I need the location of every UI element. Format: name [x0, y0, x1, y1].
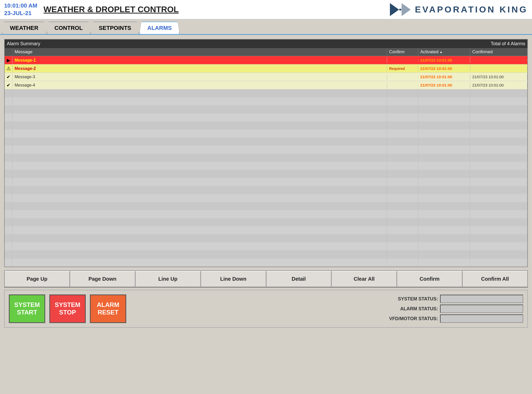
time: 10:01:00 AM: [4, 2, 37, 10]
row4-message: Message-4: [12, 82, 387, 88]
alarm-reset-button[interactable]: ALARM RESET: [90, 294, 126, 323]
col-message: Message: [12, 48, 387, 56]
row2-activated: 21/07/23 10:01:00: [418, 65, 470, 71]
page-title: WEATHER & DROPLET CONTROL: [44, 5, 390, 14]
row1-activated: 21/07/23 10:01:00: [418, 57, 470, 63]
page-up-button[interactable]: Page Up: [5, 271, 70, 287]
alarm-table-container: Alarm Summary Total of 4 Alarms Message …: [4, 39, 528, 267]
detail-button[interactable]: Detail: [267, 271, 332, 287]
vfd-status-box: [440, 314, 523, 323]
row4-confirmed: 21/07/23 10:01:00: [470, 82, 527, 88]
empty-row: [5, 234, 527, 242]
row1-confirm: [387, 60, 418, 61]
empty-row: [5, 210, 527, 218]
alarm-summary-label: Alarm Summary: [7, 41, 40, 47]
empty-row: [5, 259, 527, 267]
row3-confirm: [387, 76, 418, 78]
alarm-header: Alarm Summary Total of 4 Alarms: [5, 40, 527, 48]
empty-row: [5, 202, 527, 210]
row2-message: Message-2: [12, 65, 387, 72]
empty-row: [5, 178, 527, 186]
svg-rect-2: [399, 9, 401, 10]
row3-message: Message-3: [12, 74, 387, 80]
line-down-button[interactable]: Line Down: [201, 271, 267, 287]
alarm-col-headers: Message Confirm Activated ▲ Confirmed: [5, 48, 527, 56]
empty-row: [5, 226, 527, 234]
empty-row: [5, 154, 527, 162]
empty-row: [5, 186, 527, 194]
row3-activated: 21/07/23 10:01:00: [418, 74, 470, 80]
empty-row: [5, 162, 527, 170]
bottom-bar: SYSTEM START SYSTEM STOP ALARM RESET SYS…: [4, 290, 528, 328]
empty-row: [5, 138, 527, 146]
empty-row: [5, 218, 527, 226]
empty-row: [5, 194, 527, 202]
row1-message: Message-1: [12, 57, 387, 63]
row2-confirmed: [470, 68, 527, 69]
vfd-status-row: VFD/MOTOR STATUS:: [376, 314, 523, 323]
date: 23-JUL-21: [4, 10, 37, 17]
header: 10:01:00 AM 23-JUL-21 WEATHER & DROPLET …: [0, 0, 532, 19]
col-confirmed: Confirmed: [470, 48, 527, 56]
col-confirm: Confirm: [387, 48, 418, 56]
empty-row: [5, 146, 527, 154]
alarm-status-label: ALARM STATUS:: [376, 306, 438, 312]
tab-control[interactable]: CONTROL: [47, 22, 91, 34]
empty-row: [5, 122, 527, 130]
logo-text: EVAPORATION KING: [415, 4, 528, 15]
row1-confirmed: [470, 60, 527, 61]
line-up-button[interactable]: Line Up: [136, 271, 201, 287]
vfd-status-label: VFD/MOTOR STATUS:: [376, 316, 438, 321]
alarm-total-label: Total of 4 Alarms: [491, 41, 525, 47]
confirm-all-button[interactable]: Confirm All: [463, 271, 527, 287]
row3-confirmed: 21/07/23 10:01:00: [470, 74, 527, 80]
empty-row: [5, 242, 527, 251]
row2-confirm: Required: [387, 66, 418, 71]
tab-bar: WEATHER CONTROL SETPOINTS ALARMS: [0, 19, 532, 35]
tab-setpoints[interactable]: SETPOINTS: [91, 22, 139, 34]
alarm-status-row: ALARM STATUS:: [376, 305, 523, 313]
alarm-row-4[interactable]: ✔ Message-4 21/07/23 10:01:00 21/07/23 1…: [5, 81, 527, 89]
system-start-button[interactable]: SYSTEM START: [9, 294, 45, 323]
svg-marker-1: [402, 3, 411, 16]
col-activated: Activated ▲: [418, 48, 470, 56]
tab-alarms[interactable]: ALARMS: [139, 22, 179, 34]
system-stop-button[interactable]: SYSTEM STOP: [49, 294, 86, 323]
empty-row: [5, 114, 527, 122]
clear-all-button[interactable]: Clear All: [332, 271, 397, 287]
col-icon: [5, 48, 12, 56]
tab-weather[interactable]: WEATHER: [2, 22, 46, 34]
confirm-button[interactable]: Confirm: [397, 271, 463, 287]
empty-row: [5, 170, 527, 178]
empty-row: [5, 251, 527, 259]
empty-row: [5, 130, 527, 138]
empty-row: [5, 89, 527, 97]
nav-button-bar: Page Up Page Down Line Up Line Down Deta…: [4, 270, 528, 288]
row4-icon: ✔: [5, 82, 12, 89]
alarm-row-3[interactable]: ✔ Message-3 21/07/23 10:01:00 21/07/23 1…: [5, 73, 527, 81]
svg-marker-0: [390, 3, 399, 16]
page-down-button[interactable]: Page Down: [70, 271, 136, 287]
system-status-label: SYSTEM STATUS:: [376, 296, 438, 302]
row2-icon: ⚠: [5, 65, 12, 72]
empty-row: [5, 106, 527, 114]
empty-rows: [5, 89, 527, 267]
alarm-row-1[interactable]: ▶ Message-1 21/07/23 10:01:00: [5, 56, 527, 64]
logo-icon: [390, 3, 411, 16]
logo: EVAPORATION KING: [390, 3, 528, 16]
status-section: SYSTEM STATUS: ALARM STATUS: VFD/MOTOR S…: [376, 295, 523, 323]
alarm-rows: ▶ Message-1 21/07/23 10:01:00 ⚠ Message-…: [5, 56, 527, 267]
system-status-row: SYSTEM STATUS:: [376, 295, 523, 303]
row1-icon: ▶: [5, 57, 12, 64]
datetime: 10:01:00 AM 23-JUL-21: [4, 2, 37, 17]
alarm-status-box: [440, 305, 523, 313]
alarm-row-2[interactable]: ⚠ Message-2 Required 21/07/23 10:01:00: [5, 64, 527, 73]
empty-row: [5, 97, 527, 106]
system-status-box: [440, 295, 523, 303]
row4-confirm: [387, 84, 418, 86]
main-content: Alarm Summary Total of 4 Alarms Message …: [0, 35, 532, 332]
sort-arrow-icon: ▲: [440, 50, 443, 54]
row3-icon: ✔: [5, 73, 12, 81]
row4-activated: 21/07/23 10:01:00: [418, 82, 470, 88]
